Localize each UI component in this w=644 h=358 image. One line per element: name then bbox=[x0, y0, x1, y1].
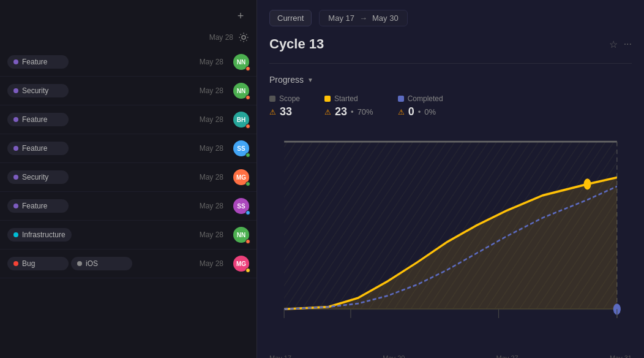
avatar-badge bbox=[245, 181, 250, 186]
tag-label: Security bbox=[22, 173, 48, 181]
stat-value-row: ⚠ 23 • 70% bbox=[324, 105, 373, 118]
scope-stat: Scope ⚠ 33 bbox=[269, 94, 300, 118]
feature-tag: Feature bbox=[7, 55, 69, 69]
stat-header: Started bbox=[324, 94, 373, 103]
x-label-may17: May 17 bbox=[269, 354, 291, 358]
arrow-icon: → bbox=[359, 13, 367, 23]
avatar-badge bbox=[245, 95, 250, 100]
svg-line-7 bbox=[241, 40, 241, 40]
started-pct: • bbox=[351, 107, 354, 116]
warning-icon: ⚠ bbox=[269, 108, 276, 116]
tag-dot bbox=[13, 175, 18, 180]
item-date: May 28 bbox=[200, 86, 223, 95]
x-label-may20: May 20 bbox=[383, 354, 405, 358]
list-item[interactable]: Feature May 28 SS bbox=[0, 134, 256, 163]
star-icon[interactable]: ☆ bbox=[609, 39, 618, 50]
date-row: May 28 bbox=[0, 29, 256, 48]
add-button[interactable]: + bbox=[232, 7, 249, 25]
avatar: SS bbox=[233, 198, 249, 214]
svg-point-14 bbox=[583, 178, 591, 189]
completed-pct-value: 0% bbox=[424, 107, 436, 116]
right-panel: Current May 17 → May 30 Cycle 13 ☆ ··· P… bbox=[257, 0, 644, 358]
progress-section: Progress ▼ Scope ⚠ 33 Started bbox=[269, 75, 632, 348]
completed-color-box bbox=[398, 96, 404, 102]
date-start: May 17 bbox=[328, 13, 354, 23]
infrastructure-tag: Infrastructure bbox=[7, 228, 72, 242]
avatar-badge bbox=[245, 210, 250, 215]
list-item[interactable]: Security May 28 MG bbox=[0, 163, 256, 192]
list-item[interactable]: Feature May 28 SS bbox=[0, 192, 256, 221]
x-axis-labels: May 17 May 20 May 27 May 31 bbox=[269, 351, 632, 358]
header-date: May 28 bbox=[209, 33, 233, 42]
scope-color-box bbox=[269, 96, 275, 102]
svg-line-5 bbox=[241, 34, 241, 35]
list-item[interactable]: Infrastructure May 28 NN bbox=[0, 221, 256, 249]
stats-row: Scope ⚠ 33 Started ⚠ 23 • 70% bbox=[269, 94, 632, 118]
progress-chart bbox=[269, 131, 632, 348]
x-label-may31: May 31 bbox=[610, 354, 632, 358]
avatar: NN bbox=[233, 83, 249, 99]
left-panel: + May 28 Feature May 28 NN S bbox=[0, 0, 257, 358]
completed-stat: Completed ⚠ 0 • 0% bbox=[398, 94, 443, 118]
completed-label: Completed bbox=[408, 94, 443, 103]
started-stat: Started ⚠ 23 • 70% bbox=[324, 94, 373, 118]
sun-icon bbox=[238, 32, 249, 43]
tag-dot bbox=[77, 261, 82, 266]
avatar: SS bbox=[233, 140, 249, 156]
avatar: BH bbox=[233, 112, 249, 128]
x-label-may27: May 27 bbox=[496, 354, 519, 358]
warning-icon: ⚠ bbox=[398, 108, 405, 116]
security-tag: Security bbox=[7, 170, 69, 184]
tag-label: Bug bbox=[22, 259, 35, 268]
item-date: May 28 bbox=[200, 144, 223, 153]
tag-dot bbox=[13, 146, 18, 151]
progress-label: Progress bbox=[269, 75, 304, 85]
scope-number: 33 bbox=[280, 105, 292, 118]
tag-label: Feature bbox=[22, 202, 47, 210]
avatar: MG bbox=[233, 169, 249, 185]
date-range: May 17 → May 30 bbox=[319, 10, 407, 26]
avatar-badge bbox=[245, 124, 250, 129]
avatar: NN bbox=[233, 227, 249, 243]
cycle-title: Cycle 13 bbox=[269, 36, 324, 52]
list-item[interactable]: Feature May 28 NN bbox=[0, 48, 256, 77]
list-item[interactable]: Feature May 28 BH bbox=[0, 105, 256, 134]
tag-dot bbox=[13, 59, 18, 64]
tag-dot bbox=[13, 117, 18, 122]
item-date: May 28 bbox=[200, 115, 223, 124]
tag-label: Feature bbox=[22, 144, 47, 153]
item-date: May 28 bbox=[200, 58, 223, 66]
feature-tag: Feature bbox=[7, 113, 69, 126]
feature-tag: Feature bbox=[7, 199, 69, 213]
tag-label: Feature bbox=[22, 58, 47, 66]
scope-label: Scope bbox=[279, 94, 300, 103]
chart-container: May 17 May 20 May 27 May 31 bbox=[269, 131, 632, 348]
avatar: MG bbox=[233, 256, 249, 272]
ios-tag: iOS bbox=[71, 257, 132, 270]
chevron-down-icon[interactable]: ▼ bbox=[307, 77, 313, 83]
cycle-header: Current May 17 → May 30 bbox=[269, 10, 632, 26]
tag-pair: Bug iOS bbox=[7, 257, 132, 270]
security-tag: Security bbox=[7, 84, 69, 97]
started-number: 23 bbox=[335, 105, 347, 118]
svg-point-0 bbox=[242, 36, 245, 39]
top-bar: + bbox=[0, 5, 256, 29]
tag-dot bbox=[13, 204, 18, 208]
completed-number: 0 bbox=[408, 105, 414, 118]
bug-tag: Bug bbox=[7, 257, 69, 270]
progress-header: Progress ▼ bbox=[269, 75, 632, 85]
cycle-title-row: Cycle 13 ☆ ··· bbox=[269, 36, 632, 52]
completed-pct: • bbox=[418, 107, 421, 116]
item-date: May 28 bbox=[200, 230, 223, 239]
warning-icon: ⚠ bbox=[324, 108, 331, 116]
stat-header: Completed bbox=[398, 94, 443, 103]
tag-label: iOS bbox=[86, 259, 98, 268]
avatar-badge bbox=[245, 66, 250, 71]
tag-dot bbox=[13, 261, 18, 266]
divider bbox=[269, 63, 632, 64]
stat-header: Scope bbox=[269, 94, 300, 103]
more-icon[interactable]: ··· bbox=[624, 39, 632, 50]
tag-label: Feature bbox=[22, 115, 47, 124]
list-item[interactable]: Security May 28 NN bbox=[0, 77, 256, 105]
list-item[interactable]: Bug iOS May 28 MG bbox=[0, 249, 256, 278]
